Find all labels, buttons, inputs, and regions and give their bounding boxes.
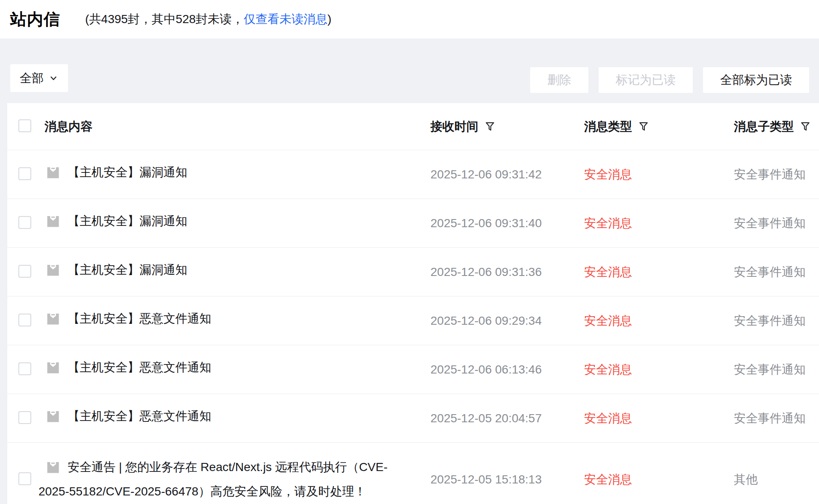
table-row[interactable]: 【主机安全】漏洞通知 2025-12-06 09:31:36 安全消息 安全事件…: [7, 248, 819, 296]
message-count-summary: (共4395封，其中528封未读，仅查看未读消息): [85, 11, 332, 27]
row-checkbox[interactable]: [18, 411, 31, 424]
message-type: 安全消息: [584, 313, 734, 329]
message-subtype: 安全事件通知: [734, 362, 819, 378]
page-header: 站内信 (共4395封，其中528封未读，仅查看未读消息): [0, 0, 819, 39]
chevron-down-icon: [48, 73, 59, 83]
message-title[interactable]: 安全通告 | 您的业务存在 React/Next.js 远程代码执行（CVE-2…: [39, 460, 388, 498]
message-subtype: 安全事件通知: [734, 264, 819, 280]
message-table: 消息内容 接收时间 消息类型 消息子类型 【主机安: [7, 103, 819, 504]
message-cell[interactable]: 【主机安全】恶意文件通知: [39, 357, 430, 382]
column-header-time: 接收时间: [430, 119, 478, 135]
table-row[interactable]: 【主机安全】恶意文件通知 2025-12-06 09:29:34 安全消息 安全…: [7, 296, 819, 345]
select-all-checkbox[interactable]: [18, 119, 31, 132]
table-row[interactable]: 安全通告 | 您的业务存在 React/Next.js 远程代码执行（CVE-2…: [7, 443, 819, 504]
row-checkbox[interactable]: [18, 314, 31, 326]
message-time: 2025-12-06 09:31:42: [430, 168, 584, 181]
message-cell[interactable]: 【主机安全】恶意文件通知: [39, 308, 430, 333]
message-time: 2025-12-05 20:04:57: [430, 412, 584, 425]
message-time: 2025-12-06 09:31:40: [430, 216, 584, 230]
message-type: 安全消息: [584, 264, 734, 280]
message-type: 安全消息: [584, 362, 734, 378]
row-checkbox[interactable]: [18, 216, 31, 229]
column-header-content: 消息内容: [45, 120, 92, 133]
page-title: 站内信: [10, 9, 60, 30]
message-subtype: 安全事件通知: [734, 313, 819, 329]
toolbar-buttons: 删除 标记为已读 全部标为已读: [530, 67, 809, 93]
unread-mail-envelope-icon: [45, 165, 61, 187]
table-row[interactable]: 【主机安全】漏洞通知 2025-12-06 09:31:40 安全消息 安全事件…: [7, 199, 819, 248]
row-checkbox[interactable]: [18, 265, 31, 278]
message-title[interactable]: 【主机安全】恶意文件通知: [68, 409, 211, 423]
summary-close: ): [327, 12, 331, 26]
summary-text: (共4395封，其中528封未读，: [85, 11, 243, 27]
funnel-filter-icon[interactable]: [800, 121, 811, 132]
message-time: 2025-12-06 06:13:46: [430, 363, 584, 377]
filter-dropdown[interactable]: 全部: [10, 64, 68, 92]
filter-dropdown-label: 全部: [20, 70, 44, 86]
unread-mail-envelope-icon: [45, 409, 61, 430]
message-type: 安全消息: [584, 215, 734, 231]
message-subtype: 安全事件通知: [734, 215, 819, 231]
table-body: 【主机安全】漏洞通知 2025-12-06 09:31:42 安全消息 安全事件…: [7, 150, 819, 504]
row-checkbox[interactable]: [18, 362, 31, 375]
message-type: 安全消息: [584, 410, 734, 427]
table-header-row: 消息内容 接收时间 消息类型 消息子类型: [7, 103, 819, 150]
message-title[interactable]: 【主机安全】恶意文件通知: [68, 312, 211, 325]
unread-mail-envelope-icon: [45, 460, 61, 481]
column-header-type: 消息类型: [584, 119, 632, 135]
message-title[interactable]: 【主机安全】漏洞通知: [68, 214, 187, 228]
message-title[interactable]: 【主机安全】恶意文件通知: [68, 361, 211, 374]
view-unread-link[interactable]: 仅查看未读消息: [243, 11, 327, 27]
message-type: 安全消息: [584, 166, 734, 183]
message-title[interactable]: 【主机安全】漏洞通知: [68, 166, 187, 179]
message-title[interactable]: 【主机安全】漏洞通知: [68, 263, 187, 276]
message-time: 2025-12-06 09:31:36: [430, 265, 584, 279]
message-subtype: 安全事件通知: [734, 410, 819, 427]
row-checkbox[interactable]: [18, 472, 31, 485]
unread-mail-envelope-icon: [45, 262, 61, 284]
unread-mail-envelope-icon: [45, 213, 61, 235]
message-cell[interactable]: 【主机安全】漏洞通知: [39, 211, 430, 235]
message-cell[interactable]: 安全通告 | 您的业务存在 React/Next.js 远程代码执行（CVE-2…: [39, 457, 430, 502]
message-time: 2025-12-06 09:29:34: [430, 314, 584, 328]
message-cell[interactable]: 【主机安全】漏洞通知: [39, 162, 430, 187]
table-row[interactable]: 【主机安全】漏洞通知 2025-12-06 09:31:42 安全消息 安全事件…: [7, 150, 819, 199]
mark-all-read-button[interactable]: 全部标为已读: [703, 67, 809, 93]
unread-mail-envelope-icon: [45, 360, 61, 382]
message-type: 安全消息: [584, 471, 734, 488]
unread-mail-envelope-icon: [45, 311, 61, 333]
content-area: 全部 删除 标记为已读 全部标为已读 消息内容 接收时间 消息类型: [0, 39, 819, 504]
table-row[interactable]: 【主机安全】恶意文件通知 2025-12-05 20:04:57 安全消息 安全…: [7, 394, 819, 443]
message-subtype: 其他: [734, 471, 819, 488]
message-cell[interactable]: 【主机安全】恶意文件通知: [39, 406, 430, 430]
column-header-subtype: 消息子类型: [734, 119, 794, 135]
delete-button[interactable]: 删除: [530, 67, 588, 93]
row-checkbox[interactable]: [18, 167, 31, 180]
toolbar: 全部 删除 标记为已读 全部标为已读: [0, 39, 819, 93]
mark-read-button[interactable]: 标记为已读: [599, 67, 693, 93]
message-subtype: 安全事件通知: [734, 166, 819, 183]
message-time: 2025-12-05 15:18:13: [430, 473, 584, 486]
message-cell[interactable]: 【主机安全】漏洞通知: [39, 260, 430, 284]
funnel-filter-icon[interactable]: [484, 121, 496, 132]
funnel-filter-icon[interactable]: [638, 121, 649, 132]
table-row[interactable]: 【主机安全】恶意文件通知 2025-12-06 06:13:46 安全消息 安全…: [7, 345, 819, 394]
